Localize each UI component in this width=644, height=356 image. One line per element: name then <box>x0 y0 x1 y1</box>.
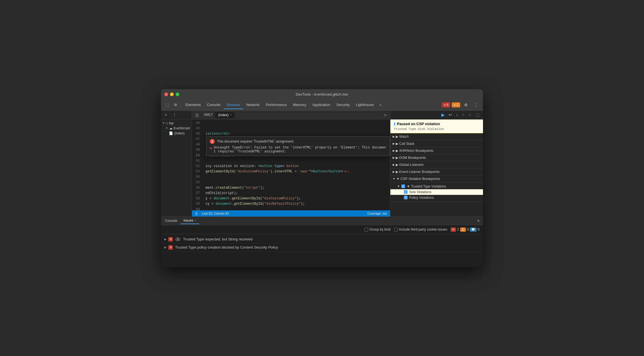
editor-statusbar: {} Line 53, Column 93 Coverage: n/a <box>192 210 390 217</box>
group-by-kind-control[interactable]: Group by kind <box>365 227 391 231</box>
trusted-types-item[interactable]: ▼ ✓ ▼ Trusted Type Violations <box>390 184 483 189</box>
csp-section[interactable]: ▼ ▼ CSP Violation Breakpoints <box>390 175 483 182</box>
tab-close-icon[interactable]: × <box>230 113 232 116</box>
tree-label-index: (index) <box>174 131 185 135</box>
deactivate-breakpoints-button[interactable]: ⬚ <box>474 112 481 118</box>
warning-count-badge[interactable]: ✕ 2 <box>452 102 460 107</box>
tooltip-title: This document requires 'TrustedHTML' ass… <box>217 139 294 143</box>
tab-sources[interactable]: Sources <box>224 101 243 109</box>
tree-item-index[interactable]: 📄 (index) <box>161 131 192 136</box>
code-line-56: 56 ment.createElement("script"); <box>192 185 390 191</box>
issue-row-1[interactable]: ▶ ✕ 1 Trusted Type expected, but String … <box>161 235 483 244</box>
resume-button[interactable]: ▶ <box>440 111 446 118</box>
issues-tab-close-icon[interactable]: × <box>195 219 196 222</box>
step-into-button[interactable]: ↓ <box>455 112 459 118</box>
editor-sidebar-toggle[interactable]: ◫ <box>193 112 201 118</box>
line-num-56: 56 <box>192 185 203 191</box>
code-editor[interactable]: 2 This document requires 'TrustedHTML' a… <box>192 120 390 210</box>
line-content-59: cy = document.getElementById("divDefault… <box>203 201 390 207</box>
line-content-54 <box>203 174 390 180</box>
code-line-55: 55 <box>192 180 390 185</box>
tab-performance[interactable]: Performance <box>263 101 289 109</box>
group-by-kind-checkbox[interactable] <box>365 228 368 231</box>
issue-1-arrow-icon: ▶ <box>164 238 167 241</box>
line-num-55: 55 <box>192 180 203 185</box>
bottom-panel: Console Issues × × Group by kind Include… <box>161 217 483 267</box>
xhr-label: ▶ XHR/fetch Breakpoints <box>396 149 433 153</box>
sink-violations-checkbox[interactable]: ✓ <box>404 190 408 194</box>
bottom-tab-console[interactable]: Console <box>162 218 180 224</box>
issue-row-2[interactable]: ▶ ✕ Trusted Type policy creation blocked… <box>161 244 483 252</box>
folder-icon: □ <box>166 121 168 125</box>
issue-badges: ✕ 2 ⚠ 0 💬 0 <box>451 227 480 232</box>
info-icon: ℹ <box>394 122 395 126</box>
main-content: » ⋮ ▼ □ top ▼ ☁ tt-enforced 📄 (index) <box>161 111 483 217</box>
tab-elements[interactable]: Elements <box>183 101 204 109</box>
more-tabs-button[interactable]: » <box>377 102 384 108</box>
tab-application[interactable]: Application <box>310 101 333 109</box>
error-tooltip: 2 This document requires 'TrustedHTML' a… <box>206 136 390 156</box>
bottom-panel-close-icon[interactable]: × <box>475 217 482 224</box>
tab-console[interactable]: Console <box>204 101 223 109</box>
line-content-60 <box>203 207 390 210</box>
format-icon: {} <box>195 212 197 215</box>
line-content-55 <box>203 180 390 185</box>
tab-security[interactable]: Security <box>334 101 352 109</box>
warning-issue-badge: ⚠ <box>460 227 466 232</box>
tab-lighthouse[interactable]: Lighthouse <box>353 101 377 109</box>
issue-2-arrow-icon: ▶ <box>164 246 167 249</box>
code-line-60: 60 <box>192 207 390 210</box>
editor-tab-index[interactable]: (index) × <box>215 112 234 118</box>
line-content-58: y = document.getElementById("divCustomPo… <box>203 196 390 201</box>
inspect-icon[interactable]: ⬚ <box>163 102 171 108</box>
third-party-control[interactable]: Include third-party cookie issues <box>394 227 447 231</box>
debugger-toolbar: ▶ ↩ ↓ ↑ → ⬚ <box>390 111 483 120</box>
step-button[interactable]: → <box>466 112 473 118</box>
third-party-label: Include third-party cookie issues <box>399 227 447 231</box>
global-section[interactable]: ▶ ▶ Global Listeners <box>390 161 483 168</box>
tooltip-badge: 2 <box>210 139 215 144</box>
step-over-button[interactable]: ↩ <box>447 112 453 118</box>
minimize-button[interactable] <box>170 93 174 96</box>
sidebar-more-icon[interactable]: ⋮ <box>170 111 179 118</box>
device-mode-icon[interactable]: ⧉ <box>172 102 179 108</box>
policy-violations-checkbox[interactable]: ✓ <box>404 196 408 199</box>
csp-section-content: ▼ ✓ ▼ Trusted Type Violations ✓ Sink Vio… <box>390 182 483 202</box>
dom-section[interactable]: ▶ ▶ DOM Breakpoints <box>390 154 483 161</box>
warning-icon: ✕ <box>453 103 456 107</box>
line-content-56: ment.createElement("script"); <box>203 185 390 191</box>
sidebar-expand-icon[interactable]: » <box>163 112 169 118</box>
code-line-51: 51 <box>192 158 390 164</box>
tree-item-top[interactable]: ▼ □ top <box>161 121 192 126</box>
sink-violations-item[interactable]: ✓ Sink Violations <box>390 189 483 195</box>
event-section[interactable]: ▶ ▶ Event Listener Breakpoints <box>390 168 483 175</box>
line-num-54: 54 <box>192 174 203 180</box>
tab-memory[interactable]: Memory <box>290 101 309 109</box>
xhr-section[interactable]: ▶ ▶ XHR/fetch Breakpoints <box>390 147 483 154</box>
bottom-tab-issues[interactable]: Issues × <box>181 217 199 224</box>
maximize-button[interactable] <box>176 93 179 96</box>
step-out-button[interactable]: ↑ <box>460 112 465 118</box>
line-num-47: 47 <box>192 137 203 142</box>
toolbar-separator <box>181 102 181 108</box>
tree-item-domain[interactable]: ▼ ☁ tt-enforced <box>161 126 192 131</box>
call-stack-section[interactable]: ▶ ▶ Call Stack <box>390 140 483 147</box>
code-line-45: 45 <box>192 126 390 131</box>
policy-violations-item[interactable]: ✓ Policy Violations <box>390 195 483 200</box>
settings-icon[interactable]: ⚙ <box>462 102 470 108</box>
close-button[interactable] <box>164 93 168 96</box>
csp-arrow-icon: ▼ <box>393 177 395 180</box>
watch-section[interactable]: ▶ ▶ Watch <box>390 133 483 140</box>
tt-checkbox[interactable]: ✓ <box>401 184 405 188</box>
error-count-badge[interactable]: ✕ 6 <box>442 102 450 107</box>
warning-issue-count: 0 <box>467 227 469 231</box>
bottom-tabs: Console Issues × × <box>161 217 483 225</box>
editor-tab-vm[interactable]: VM17 <box>201 112 215 118</box>
line-content-52: icy violation in onclick: <button type= … <box>203 164 390 169</box>
paused-subtitle: Trusted Type Sink Violation <box>394 127 480 131</box>
customize-icon[interactable]: ⋮ <box>472 101 481 109</box>
format-code-icon[interactable]: ▷ <box>382 112 389 118</box>
code-content: 44 45 46 lations</h1> 47 <box>192 120 390 210</box>
tab-network[interactable]: Network <box>243 101 263 109</box>
third-party-checkbox[interactable] <box>394 228 398 231</box>
